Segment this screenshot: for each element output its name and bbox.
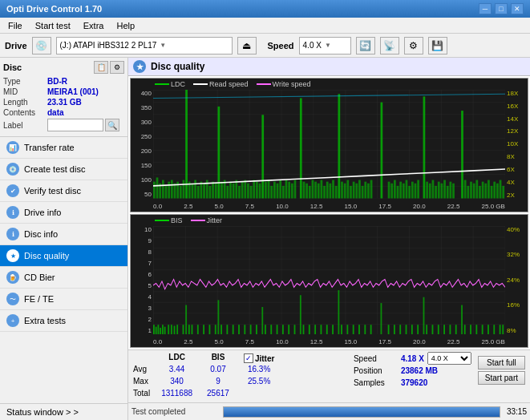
stats-ldc-col: LDC 3.44 340 1311688 (161, 353, 192, 400)
sidebar-item-cd-bier[interactable]: 🍺 CD Bier (0, 267, 127, 289)
settings-button[interactable]: ⚙ (404, 37, 423, 55)
legend-read-speed: Read speed (193, 80, 249, 88)
svg-rect-165 (406, 325, 407, 334)
fe-te-icon: 〜 (6, 293, 19, 305)
svg-rect-59 (326, 182, 329, 199)
svg-rect-8 (174, 184, 176, 199)
menu-help[interactable]: Help (111, 20, 140, 31)
svg-rect-105 (482, 182, 484, 199)
max-jitter: 25.5% (244, 377, 274, 388)
svg-rect-175 (461, 305, 463, 334)
drive-icon: 💿 (32, 37, 51, 55)
svg-rect-131 (215, 325, 216, 334)
svg-rect-141 (265, 325, 266, 334)
svg-rect-82 (406, 180, 408, 199)
drive-select[interactable]: (J:) ATAPI iHBS312 2 PL17 ▼ (56, 37, 233, 55)
extra-tests-icon: + (6, 314, 19, 327)
svg-rect-28 (233, 184, 235, 199)
svg-rect-79 (397, 186, 399, 199)
scan-button[interactable]: 📡 (380, 37, 399, 55)
svg-rect-161 (381, 303, 382, 334)
sidebar-item-extra-tests[interactable]: + Extra tests (0, 310, 127, 332)
sidebar-item-disc-info[interactable]: ℹ Disc info (0, 224, 127, 245)
svg-rect-151 (321, 325, 322, 334)
sidebar-item-fe-te[interactable]: 〜 FE / TE (0, 289, 127, 310)
refresh-button[interactable]: 🔄 (356, 37, 375, 55)
menu-file[interactable]: File (3, 20, 27, 31)
status-window-toggle[interactable]: Status window > > (0, 403, 127, 420)
samples-row: Samples 379620 (354, 377, 471, 388)
menu-extra[interactable]: Extra (79, 20, 109, 31)
position-label: Position (354, 366, 398, 375)
eject-button[interactable]: ⏏ (237, 37, 257, 55)
toolbar: Drive 💿 (J:) ATAPI iHBS312 2 PL17 ▼ ⏏ Sp… (0, 34, 530, 58)
svg-rect-109 (493, 182, 496, 199)
menu-bar: File Start test Extra Help (0, 18, 530, 34)
chart2-legend: BIS Jitter (155, 216, 222, 224)
svg-rect-152 (326, 325, 328, 334)
svg-rect-47 (288, 182, 290, 199)
svg-rect-58 (323, 186, 326, 199)
sidebar-item-create-test-disc[interactable]: 💿 Create test disc (0, 159, 127, 180)
start-part-button[interactable]: Start part (478, 371, 525, 385)
app-title: Opti Drive Control 1.70 (6, 4, 102, 14)
svg-rect-89 (429, 184, 431, 199)
sidebar-item-drive-info[interactable]: ℹ Drive info (0, 202, 127, 224)
disc-label-btn[interactable]: 🔍 (105, 119, 119, 131)
chart1-y-labels: 40035030025020015010050 (131, 90, 153, 199)
svg-rect-113 (153, 226, 505, 335)
svg-rect-160 (370, 325, 372, 334)
svg-rect-41 (270, 186, 273, 199)
svg-rect-20 (209, 186, 212, 199)
svg-rect-173 (449, 325, 451, 334)
svg-rect-155 (341, 325, 342, 334)
disc-label-input[interactable] (47, 119, 103, 131)
jitter-color (191, 220, 205, 221)
svg-rect-177 (470, 325, 471, 334)
disc-icon-2[interactable]: ⚙ (110, 61, 124, 74)
minimize-button[interactable]: ─ (479, 3, 492, 14)
svg-rect-39 (265, 182, 267, 199)
svg-rect-133 (220, 325, 222, 334)
menu-start-test[interactable]: Start test (30, 20, 75, 31)
svg-rect-101 (470, 182, 472, 199)
svg-rect-139 (256, 325, 257, 334)
speed-stat-select[interactable]: 4.0 X (427, 352, 471, 365)
chart1-x-labels: 0.02.55.07.510.012.515.017.520.022.525.0… (153, 203, 505, 210)
svg-rect-83 (408, 186, 411, 199)
sidebar-item-disc-quality[interactable]: ★ Disc quality (0, 245, 127, 267)
chart2-x-labels: 0.02.55.07.510.012.515.017.520.022.525.0… (153, 338, 505, 345)
chart1-y-labels-right: 18X16X14X12X10X8X6X4X2X (505, 90, 528, 199)
sidebar-item-transfer-rate[interactable]: 📊 Transfer rate (0, 137, 127, 159)
svg-rect-18 (203, 184, 205, 199)
start-full-button[interactable]: Start full (478, 356, 525, 370)
jitter-header: Jitter (255, 354, 274, 363)
disc-panel: Disc 📋 ⚙ Type BD-R MID MEIRA1 (001) Leng… (0, 58, 127, 137)
svg-rect-140 (261, 307, 263, 334)
maximize-button[interactable]: □ (495, 3, 508, 14)
progress-fill (224, 407, 500, 417)
save-button[interactable]: 💾 (428, 37, 447, 55)
disc-contents-row: Contents data (3, 108, 124, 117)
cd-bier-icon: 🍺 (6, 271, 19, 284)
svg-rect-112 (502, 186, 504, 199)
verify-test-disc-icon: ✔ (6, 184, 19, 197)
stats-labels-col: Avg Max Total (133, 353, 150, 400)
main-layout: Disc 📋 ⚙ Type BD-R MID MEIRA1 (001) Leng… (0, 58, 530, 420)
close-button[interactable]: ✕ (511, 3, 524, 14)
svg-rect-21 (212, 182, 214, 199)
svg-rect-136 (238, 325, 240, 334)
disc-mid-row: MID MEIRA1 (001) (3, 87, 124, 96)
write-speed-color (257, 83, 271, 85)
svg-rect-61 (332, 180, 334, 199)
jitter-checkbox[interactable]: ✓ (244, 353, 253, 363)
disc-icon-1[interactable]: 📋 (94, 61, 108, 74)
drive-select-arrow: ▼ (160, 42, 166, 49)
svg-rect-78 (394, 180, 396, 199)
sidebar-item-verify-test-disc[interactable]: ✔ Verify test disc (0, 180, 127, 202)
svg-rect-146 (294, 325, 296, 334)
svg-rect-54 (312, 180, 314, 199)
speed-select[interactable]: 4.0 X ▼ (299, 37, 351, 55)
svg-rect-118 (162, 325, 164, 334)
create-test-disc-icon: 💿 (6, 163, 19, 176)
